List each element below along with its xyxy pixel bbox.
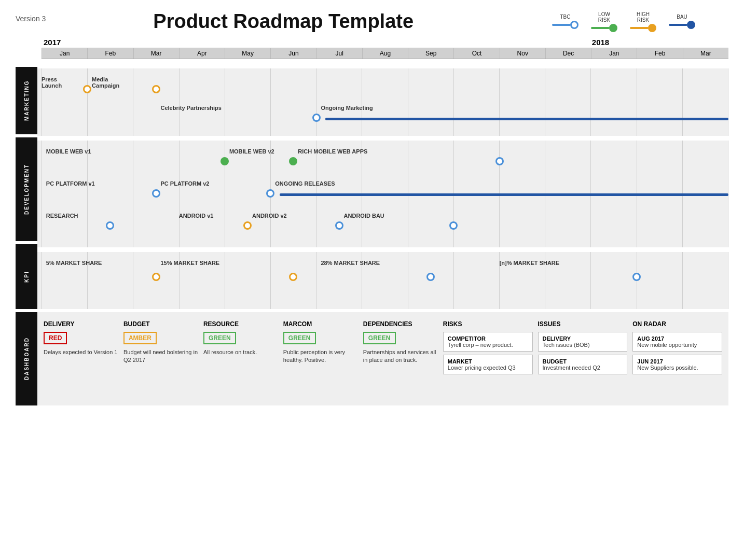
legend-high-risk-line	[630, 24, 656, 32]
issues-item-1-text: Tech issues (BOB)	[543, 342, 623, 348]
issues-item-2: BUDGET Investment needed Q2	[538, 355, 628, 374]
dashboard-grid: DELIVERY RED Delays expected to Version …	[44, 320, 722, 374]
month-jan-2018: Jan	[591, 48, 637, 59]
dependencies-status: GREEN	[363, 332, 396, 344]
dashboard-delivery: DELIVERY RED Delays expected to Version …	[44, 320, 118, 374]
kpi-section: 5% MARKET SHARE 15% MARKET SHARE 28% MAR…	[37, 250, 728, 309]
legend-bau: BAU	[669, 14, 695, 29]
risks-item-1-text: Tyrell corp – new product.	[448, 342, 528, 348]
months-row: Jan Feb Mar Apr May Jun Jul Aug Sep Oct …	[42, 48, 728, 59]
month-aug-2017: Aug	[362, 48, 408, 59]
celebrity-partnerships-milestone	[312, 114, 321, 122]
dev-row-3: RESEARCH ANDROID v1 ANDROID v2 ANDROID B…	[42, 210, 728, 242]
risks-item-1: COMPETITOR Tyrell corp – new product.	[443, 332, 533, 352]
mobile-web-v2-milestone	[289, 157, 297, 165]
rich-mobile-label: RICH MOBILE WEB APPS	[298, 148, 367, 155]
rich-mobile-milestone	[495, 157, 504, 165]
dev-row-2: PC PLATFORM v1 PC PLATFORM v2 ONGOING RE…	[42, 178, 728, 210]
research-label: RESEARCH	[46, 213, 78, 219]
month-mar-2017: Mar	[133, 48, 179, 59]
press-launch-milestone	[83, 85, 91, 93]
year-2018: 2018	[592, 38, 609, 47]
android-bau-label: ANDROID BAU	[344, 213, 384, 219]
month-jun-2017: Jun	[270, 48, 316, 59]
month-apr-2017: Apr	[179, 48, 225, 59]
legend-low-risk: LOWRISK	[591, 11, 617, 32]
month-may-2017: May	[225, 48, 270, 59]
media-campaign-label: MediaCampaign	[92, 76, 119, 89]
marketing-row-1: PressLaunch MediaCampaign	[42, 74, 728, 102]
year-2017: 2017	[44, 38, 61, 47]
sections-col: 2017 2018 Jan Feb Mar Apr May	[37, 38, 728, 405]
label-marketing: MARKETING	[16, 67, 37, 134]
risks-title: RISKS	[443, 320, 533, 328]
dashboard-dependencies: DEPENDENCIES GREEN Partnerships and serv…	[363, 320, 438, 374]
delivery-text: Delays expected to Version 1	[44, 348, 118, 356]
kpi-28pct-label: 28% MARKET SHARE	[321, 260, 380, 266]
android-v1-milestone	[243, 221, 252, 230]
month-feb-2017: Feb	[87, 48, 133, 59]
issues-item-1: DELIVERY Tech issues (BOB)	[538, 332, 628, 352]
resource-title: RESOURCE	[203, 320, 278, 328]
ongoing-releases-bar	[280, 193, 728, 196]
mobile-web-v1-milestone	[221, 157, 229, 165]
radar-item-1: AUG 2017 New mobile opportunity	[632, 332, 722, 352]
android-v2-label: ANDROID v2	[252, 213, 287, 219]
ongoing-marketing-label: Ongoing Marketing	[321, 105, 373, 111]
issues-item-2-text: Investment needed Q2	[543, 365, 623, 371]
dashboard-risks: RISKS COMPETITOR Tyrell corp – new produ…	[443, 320, 533, 374]
label-development: DEVELOPMENT	[16, 137, 37, 241]
issues-item-1-title: DELIVERY	[543, 335, 623, 342]
legend-tbc-line	[552, 21, 578, 29]
radar-item-2: JUN 2017 New Suppliers possible.	[632, 355, 722, 374]
dashboard-issues: ISSUES DELIVERY Tech issues (BOB) BUDGET…	[538, 320, 628, 374]
label-dashboard: DASHBOARD	[16, 312, 37, 405]
legend-low-risk-line	[591, 24, 617, 32]
month-mar-2018: Mar	[683, 48, 728, 59]
month-nov-2017: Nov	[500, 48, 545, 59]
month-jan-2017: Jan	[42, 48, 87, 59]
kpi-28pct-milestone	[426, 273, 435, 281]
ongoing-releases-label: ONGOING RELEASES	[275, 180, 335, 187]
header: Version 3 Product Roadmap Template TBC L…	[16, 10, 728, 33]
legend: TBC LOWRISK HIGHRISK	[552, 11, 728, 32]
legend-low-risk-label: LOWRISK	[598, 11, 610, 23]
risks-item-2: MARKET Lower pricing expected Q3	[443, 355, 533, 374]
pc-platform-v1-milestone	[152, 189, 160, 198]
issues-item-2-title: BUDGET	[543, 358, 623, 365]
mobile-web-v1-label: MOBILE WEB v1	[46, 148, 91, 155]
marcom-text: Public perception is very healthy. Posit…	[283, 348, 358, 365]
dashboard-on-radar: ON RADAR AUG 2017 New mobile opportunity…	[632, 320, 722, 374]
dashboard-marcom: MARCOM GREEN Public perception is very h…	[283, 320, 358, 374]
legend-tbc-label: TBC	[560, 14, 571, 20]
press-launch-label: PressLaunch	[42, 76, 62, 89]
month-feb-2018: Feb	[637, 48, 682, 59]
pc-platform-v2-label: PC PLATFORM v2	[160, 180, 209, 187]
kpi-npct-label: [n]% MARKET SHARE	[500, 260, 560, 266]
marcom-title: MARCOM	[283, 320, 358, 328]
android-v1-label: ANDROID v1	[179, 213, 214, 219]
dashboard-section: DELIVERY RED Delays expected to Version …	[37, 312, 728, 405]
page-title: Product Roadmap Template	[46, 10, 521, 33]
legend-bau-line	[669, 21, 695, 29]
month-jul-2017: Jul	[316, 48, 362, 59]
kpi-row: 5% MARKET SHARE 15% MARKET SHARE 28% MAR…	[42, 257, 728, 304]
dependencies-title: DEPENDENCIES	[363, 320, 438, 328]
budget-status: AMBER	[123, 332, 157, 344]
header-spacer	[16, 38, 37, 67]
kpi-npct-milestone	[632, 273, 641, 281]
legend-high-risk-label: HIGHRISK	[637, 11, 650, 23]
radar-item-1-text: New mobile opportunity	[637, 342, 718, 348]
legend-tbc: TBC	[552, 14, 578, 29]
radar-item-1-title: AUG 2017	[637, 335, 718, 342]
month-dec-2017: Dec	[545, 48, 591, 59]
month-oct-2017: Oct	[453, 48, 499, 59]
timeline-header: 2017 2018 Jan Feb Mar Apr May	[37, 38, 728, 67]
risks-item-2-text: Lower pricing expected Q3	[448, 365, 528, 371]
version-label: Version 3	[16, 15, 46, 23]
marcom-status: GREEN	[283, 332, 316, 344]
kpi-15pct-label: 15% MARKET SHARE	[160, 260, 219, 266]
legend-bau-label: BAU	[677, 14, 687, 20]
resource-status: GREEN	[203, 332, 236, 344]
main-wrap: MARKETING DEVELOPMENT KPI DASHBOARD	[16, 38, 728, 405]
